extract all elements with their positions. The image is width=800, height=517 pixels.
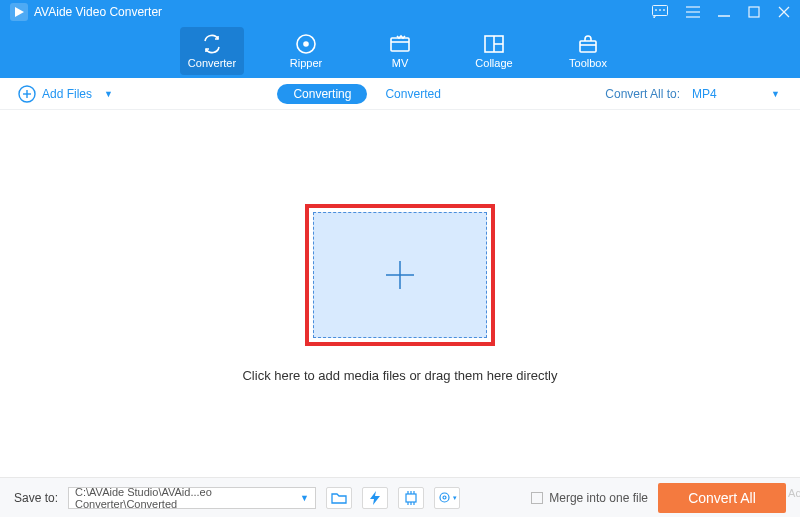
titlebar: AVAide Video Converter bbox=[0, 0, 800, 23]
app-title: AVAide Video Converter bbox=[34, 5, 162, 19]
svg-point-3 bbox=[660, 10, 661, 11]
subbar: Add Files ▼ Converting Converted Convert… bbox=[0, 78, 800, 110]
folder-icon bbox=[331, 491, 347, 504]
merge-checkbox[interactable]: Merge into one file bbox=[531, 491, 648, 505]
checkbox-icon bbox=[531, 492, 543, 504]
svg-rect-14 bbox=[391, 38, 409, 51]
minimize-icon[interactable] bbox=[718, 6, 730, 18]
save-path-select[interactable]: C:\AVAide Studio\AVAid...eo Converter\Co… bbox=[68, 487, 316, 509]
mode-group: Converting Converted bbox=[277, 84, 440, 104]
chevron-down-icon: ▼ bbox=[771, 89, 780, 99]
high-speed-button[interactable] bbox=[398, 487, 424, 509]
add-files-button[interactable]: Add Files ▼ bbox=[18, 85, 113, 103]
svg-point-34 bbox=[440, 493, 449, 502]
close-icon[interactable] bbox=[778, 6, 790, 18]
plus-circle-icon bbox=[18, 85, 36, 103]
tab-collage[interactable]: Collage bbox=[462, 27, 526, 75]
tab-toolbox[interactable]: Toolbox bbox=[556, 27, 620, 75]
menu-icon[interactable] bbox=[686, 6, 700, 18]
tab-label: MV bbox=[392, 57, 409, 69]
tab-label: Converter bbox=[188, 57, 236, 69]
chevron-down-icon: ▼ bbox=[104, 89, 113, 99]
tab-mv[interactable]: MV bbox=[368, 27, 432, 75]
mode-converting[interactable]: Converting bbox=[277, 84, 367, 104]
maximize-icon[interactable] bbox=[748, 6, 760, 18]
watermark: Act bbox=[788, 487, 800, 499]
footer: Save to: C:\AVAide Studio\AVAid...eo Con… bbox=[0, 477, 800, 517]
hw-accel-button[interactable] bbox=[362, 487, 388, 509]
mode-converted[interactable]: Converted bbox=[385, 87, 440, 101]
convert-all-button[interactable]: Convert All bbox=[658, 483, 786, 513]
feedback-icon[interactable] bbox=[652, 5, 668, 18]
format-value: MP4 bbox=[692, 87, 717, 101]
tab-label: Toolbox bbox=[569, 57, 607, 69]
chevron-down-icon: ▼ bbox=[300, 493, 309, 503]
svg-point-2 bbox=[656, 10, 657, 11]
save-path-value: C:\AVAide Studio\AVAid...eo Converter\Co… bbox=[75, 486, 300, 510]
svg-point-13 bbox=[304, 42, 308, 46]
app-logo-icon bbox=[10, 3, 28, 21]
titlebar-left: AVAide Video Converter bbox=[10, 3, 162, 21]
svg-point-35 bbox=[443, 496, 446, 499]
gear-icon bbox=[437, 490, 452, 505]
merge-label: Merge into one file bbox=[549, 491, 648, 505]
plus-icon bbox=[380, 255, 420, 295]
main-area: Click here to add media files or drag th… bbox=[0, 110, 800, 477]
svg-rect-27 bbox=[406, 494, 416, 502]
svg-rect-19 bbox=[580, 41, 596, 52]
tab-converter[interactable]: Converter bbox=[180, 27, 244, 75]
add-files-label: Add Files bbox=[42, 87, 92, 101]
bolt-icon bbox=[370, 491, 380, 505]
tab-label: Ripper bbox=[290, 57, 322, 69]
dropzone-highlight bbox=[305, 204, 495, 346]
save-to-label: Save to: bbox=[14, 491, 58, 505]
chevron-down-icon: ▾ bbox=[453, 494, 457, 502]
tab-ripper[interactable]: Ripper bbox=[274, 27, 338, 75]
settings-button[interactable]: ▾ bbox=[434, 487, 460, 509]
svg-marker-0 bbox=[15, 7, 24, 17]
convert-to-label: Convert All to: bbox=[605, 87, 680, 101]
tab-label: Collage bbox=[475, 57, 512, 69]
chip-icon bbox=[403, 491, 419, 505]
open-folder-button[interactable] bbox=[326, 487, 352, 509]
svg-rect-9 bbox=[749, 7, 759, 17]
window-controls bbox=[652, 5, 790, 18]
output-format-select[interactable]: MP4 ▼ bbox=[690, 87, 782, 101]
drop-hint: Click here to add media files or drag th… bbox=[242, 368, 557, 383]
main-tabs: Converter Ripper MV Collage Toolbox bbox=[0, 23, 800, 78]
svg-point-4 bbox=[664, 10, 665, 11]
convert-all-to: Convert All to: MP4 ▼ bbox=[605, 87, 782, 101]
dropzone[interactable] bbox=[313, 212, 487, 338]
svg-marker-26 bbox=[370, 491, 380, 505]
